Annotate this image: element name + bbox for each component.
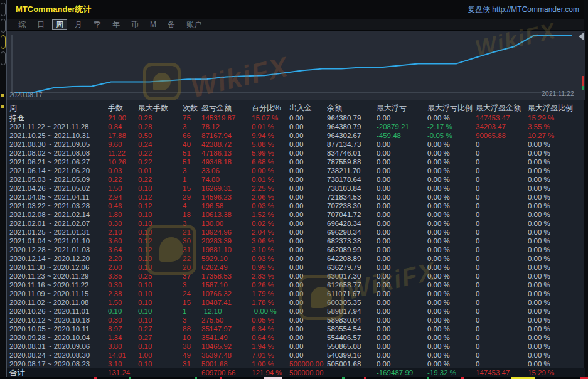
menu-item-8[interactable]: 备 bbox=[164, 20, 179, 29]
table-row[interactable]: 2021.08.30 ~ 2021.09.059.600.244042388.7… bbox=[7, 140, 585, 149]
table-row[interactable]: 2020.11.16 ~ 2020.11.220.300.1031587.100… bbox=[7, 280, 585, 289]
value-cell: 0.00 bbox=[289, 193, 327, 201]
menu-item-1[interactable]: 日 bbox=[33, 20, 48, 29]
value-cell: 35147.97 bbox=[201, 324, 252, 333]
value-cell: 0.00 bbox=[377, 289, 427, 298]
value-cell: 3.85 bbox=[108, 272, 138, 280]
chart-scroll-arrow-icon[interactable] bbox=[579, 33, 584, 40]
value-cell: 10613.38 bbox=[201, 210, 252, 219]
table-row[interactable]: 2021.02.08 ~ 2021.02.141.800.101810613.3… bbox=[7, 210, 585, 219]
value-cell: 0.00 % bbox=[427, 166, 476, 175]
value-cell: 696428.34 bbox=[327, 219, 377, 228]
value-cell: 2.10 bbox=[108, 228, 138, 237]
menu-item-9[interactable]: 账户 bbox=[183, 20, 205, 29]
value-cell: 0 bbox=[476, 140, 528, 149]
value-cell: 40 bbox=[183, 140, 201, 149]
table-row[interactable]: 2020.09.28 ~ 2020.10.041.340.27103541.49… bbox=[7, 333, 585, 342]
menu-item-0[interactable]: 综 bbox=[14, 20, 29, 29]
period-cell: 2020.08.31 ~ 2020.09.06 bbox=[9, 342, 108, 351]
table-row[interactable]: 2020.11.30 ~ 2020.12.062.000.10206262.49… bbox=[7, 263, 585, 272]
value-cell: 0 bbox=[476, 157, 528, 166]
value-cell: 24 bbox=[183, 289, 201, 298]
menu-item-5[interactable]: 年 bbox=[109, 20, 124, 29]
value-cell: 0.00 % bbox=[427, 157, 476, 166]
table-row[interactable]: 2020.12.14 ~ 2020.12.202.200.10225929.10… bbox=[7, 254, 585, 263]
table-row[interactable]: 2021.02.01 ~ 2021.02.070.300.103130.000.… bbox=[7, 219, 585, 228]
table-row[interactable]: 2021.01.04 ~ 2021.01.103.600.123020283.3… bbox=[7, 237, 585, 245]
background-button bbox=[1, 19, 6, 33]
period-cell: 2021.01.04 ~ 2021.01.10 bbox=[9, 237, 108, 245]
value-cell: 78.12 bbox=[201, 122, 252, 131]
value-cell: 0.26 % bbox=[252, 280, 289, 289]
value-cell: 2.00 bbox=[108, 263, 138, 272]
value-cell: 1.94 % bbox=[252, 342, 289, 351]
edge-marker-red bbox=[582, 76, 584, 86]
value-cell: 0.00 bbox=[289, 324, 327, 333]
value-cell: 0.30 bbox=[108, 316, 138, 324]
table-row[interactable]: 2021.11.22 ~ 2021.11.280.840.28378.120.0… bbox=[7, 122, 585, 131]
table-row[interactable]: 2021.10.25 ~ 2021.10.3117.880.506687167.… bbox=[7, 131, 585, 140]
value-cell: 0.99 % bbox=[252, 263, 289, 272]
value-cell: -459.48 bbox=[377, 131, 427, 140]
value-cell: 33.06 bbox=[201, 166, 252, 175]
value-cell: 0.00 % bbox=[427, 316, 476, 324]
value-cell: 131.24 bbox=[108, 368, 138, 378]
table-row[interactable]: 持仓21.000.2875145319.8715.07 %0.00964380.… bbox=[7, 114, 585, 122]
table-row[interactable]: 2020.11.02 ~ 2020.11.081.500.101510487.4… bbox=[7, 298, 585, 307]
menu-item-4[interactable]: 季 bbox=[90, 20, 105, 29]
table-row[interactable]: 2021.01.25 ~ 2021.01.312.100.102113924.9… bbox=[7, 228, 585, 237]
value-cell: 0.00 % bbox=[528, 175, 585, 184]
value-cell: 0.00 bbox=[377, 298, 427, 307]
table-row[interactable]: 2020.11.09 ~ 2020.11.152.380.102410766.3… bbox=[7, 289, 585, 298]
value-cell: 612658.77 bbox=[327, 280, 377, 289]
value-cell: 0.10 bbox=[138, 263, 183, 272]
table-row[interactable]: 2021.08.02 ~ 2021.08.0811.220.225147186.… bbox=[7, 149, 585, 157]
value-cell: 1.80 bbox=[108, 210, 138, 219]
value-cell: 0.00 % bbox=[528, 219, 585, 228]
table-row[interactable]: 2020.10.12 ~ 2020.10.180.300.103275.500.… bbox=[7, 316, 585, 324]
table-row[interactable]: 2020.08.17 ~ 2020.08.233.100.10315001.68… bbox=[7, 360, 585, 368]
menu-item-7[interactable]: M bbox=[146, 20, 160, 29]
value-cell: 0.27 bbox=[138, 324, 183, 333]
value-cell: 31 bbox=[183, 245, 201, 254]
table-row[interactable]: 2021.05.03 ~ 2021.05.090.220.22174.800.0… bbox=[7, 175, 585, 184]
value-cell: 0 bbox=[476, 245, 528, 254]
table-row[interactable]: 2020.08.31 ~ 2020.09.063.800.103810465.9… bbox=[7, 342, 585, 351]
brand-link[interactable]: 复盘侠 http://MTCommander.com bbox=[468, 4, 579, 15]
value-cell: 611071.67 bbox=[327, 289, 377, 298]
value-cell: 0 bbox=[476, 175, 528, 184]
value-cell: 3 bbox=[183, 280, 201, 289]
value-cell: 37 bbox=[183, 272, 201, 280]
column-header-5: 百分比% bbox=[252, 100, 289, 114]
period-cell: 2020.12.14 ~ 2020.12.20 bbox=[9, 254, 108, 263]
value-cell: 0.00 bbox=[377, 193, 427, 201]
table-body: 持仓21.000.2875145319.8715.07 %0.00964380.… bbox=[7, 114, 585, 368]
value-cell: 0.30 bbox=[108, 219, 138, 228]
table-row[interactable]: 2021.04.05 ~ 2021.04.112.940.122914596.2… bbox=[7, 193, 585, 201]
value-cell: 0.10 bbox=[138, 289, 183, 298]
table-row[interactable]: 2021.06.21 ~ 2021.06.2710.260.225149348.… bbox=[7, 157, 585, 166]
table-row[interactable]: 2021.03.22 ~ 2021.03.280.460.124196.580.… bbox=[7, 201, 585, 210]
table-row[interactable]: 合计131.24609700.66121.94 %500000.00-16948… bbox=[7, 368, 585, 378]
table-row[interactable]: 2020.10.05 ~ 2020.10.118.970.278835147.9… bbox=[7, 324, 585, 333]
value-cell: 0 bbox=[476, 360, 528, 368]
table-row[interactable]: 2020.08.24 ~ 2020.08.3014.011.004935397.… bbox=[7, 351, 585, 360]
table-row[interactable]: 2021.04.26 ~ 2021.05.021.500.101516269.3… bbox=[7, 184, 585, 193]
value-cell: 0.28 bbox=[138, 114, 183, 122]
table-row[interactable]: 2020.12.28 ~ 2021.01.033.640.123119881.1… bbox=[7, 245, 585, 254]
value-cell: 0.22 bbox=[138, 157, 183, 166]
value-cell: -0.05 % bbox=[427, 131, 476, 140]
value-cell: 0.00 bbox=[289, 316, 327, 324]
value-cell: 0.00 bbox=[377, 360, 427, 368]
background-window-strip bbox=[0, 0, 6, 379]
table-row[interactable]: 2021.06.14 ~ 2021.06.200.030.01333.060.0… bbox=[7, 166, 585, 175]
table-row[interactable]: 2020.10.26 ~ 2020.11.010.100.101-12.10-0… bbox=[7, 307, 585, 316]
menu-item-3[interactable]: 月 bbox=[71, 20, 86, 29]
menu-item-2[interactable]: 周 bbox=[52, 19, 67, 30]
value-cell: 0.00 bbox=[289, 157, 327, 166]
table-row[interactable]: 2020.11.23 ~ 2020.11.293.850.253717358.5… bbox=[7, 272, 585, 280]
period-cell: 2020.10.12 ~ 2020.10.18 bbox=[9, 316, 108, 324]
menu-item-6[interactable]: 币 bbox=[127, 20, 142, 29]
value-cell: 6262.49 bbox=[201, 263, 252, 272]
value-cell: 0.30 bbox=[108, 280, 138, 289]
